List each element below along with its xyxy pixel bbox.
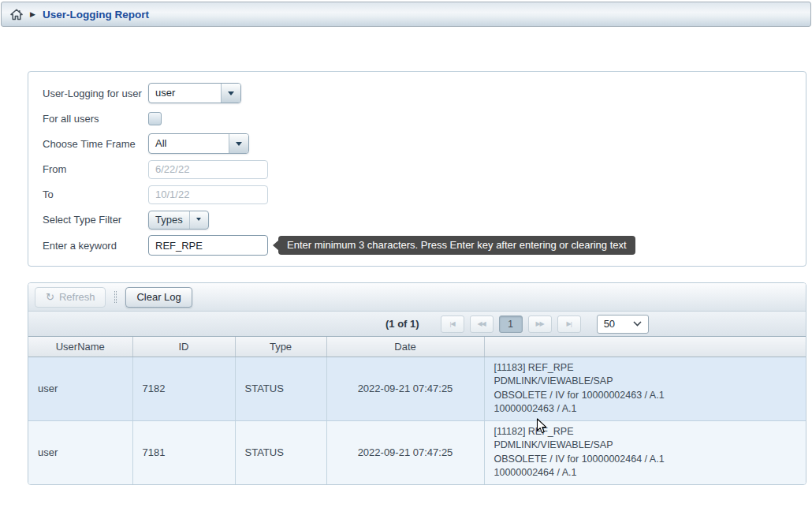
log-panel: ↻ Refresh Clear Log (1 of 1) |◀ ◀◀ 1 ▶▶ … <box>28 282 806 485</box>
table-header-row: UserName ID Type Date <box>28 337 806 357</box>
paginator-page-1-button[interactable]: 1 <box>499 316 523 333</box>
chevron-down-icon <box>236 142 242 149</box>
paginator-last-button[interactable]: ▶| <box>557 316 581 333</box>
paginator-status: (1 of 1) <box>386 318 419 330</box>
form-row-to: To <box>43 185 792 204</box>
home-icon[interactable] <box>10 9 23 21</box>
keyword-input-label: Enter a keyword <box>43 240 148 252</box>
message-line: OBSOLETE / IV for 10000002464 / A.1 <box>494 453 797 467</box>
cell-id: 7182 <box>132 357 235 420</box>
column-header-type: Type <box>235 337 326 357</box>
breadcrumb-separator-icon: ▶ <box>30 11 35 18</box>
column-header-message <box>484 337 806 357</box>
clear-log-button[interactable]: Clear Log <box>125 287 192 308</box>
message-line: 10000002464 / A.1 <box>494 466 797 480</box>
page-size-select[interactable]: 50 <box>597 315 649 334</box>
filter-panel: User-Logging for user user For all users… <box>28 71 806 267</box>
cell-username: user <box>28 357 132 420</box>
timeframe-combobox[interactable]: All <box>148 133 249 154</box>
timeframe-combobox-label: Choose Time Frame <box>43 138 148 150</box>
log-toolbar: ↻ Refresh Clear Log <box>28 283 806 312</box>
table-row[interactable]: user 7181 STATUS 2022-09-21 07:47:25 [11… <box>28 420 806 484</box>
chevron-down-icon <box>633 321 642 327</box>
cell-type: STATUS <box>235 420 326 484</box>
types-menu-button-arrow <box>190 211 208 229</box>
keyword-input[interactable] <box>148 235 268 256</box>
cell-message: [11183] REF_RPE PDMLINK/VIEWABLE/SAP OBS… <box>484 357 806 420</box>
column-header-username: UserName <box>28 337 132 357</box>
all-users-checkbox-label: For all users <box>43 113 148 125</box>
types-menu-button-label: Types <box>149 211 190 229</box>
refresh-button[interactable]: ↻ Refresh <box>35 287 106 308</box>
next-page-icon: ▶▶ <box>535 320 543 327</box>
message-line: PDMLINK/VIEWABLE/SAP <box>494 375 797 389</box>
user-combobox[interactable]: user <box>148 83 241 103</box>
breadcrumb-title[interactable]: User-Logging Report <box>43 9 149 21</box>
cell-id: 7181 <box>132 420 235 484</box>
last-page-icon: ▶| <box>567 320 572 327</box>
refresh-icon: ↻ <box>46 292 54 302</box>
page-size-value: 50 <box>604 318 615 330</box>
page-number: 1 <box>508 319 513 330</box>
cell-date: 2022-09-21 07:47:25 <box>326 420 484 484</box>
toolbar-separator <box>114 291 117 303</box>
column-header-date: Date <box>326 337 484 357</box>
form-row-all-users: For all users <box>43 110 792 126</box>
user-combobox-arrow <box>221 84 240 103</box>
prev-page-icon: ◀◀ <box>477 320 485 327</box>
refresh-button-label: Refresh <box>59 291 95 303</box>
form-row-timeframe: Choose Time Frame All <box>43 133 792 154</box>
paginator-prev-button[interactable]: ◀◀ <box>470 316 494 333</box>
message-line: [11182] REF_RPE <box>494 425 797 439</box>
for-all-users-checkbox[interactable] <box>148 112 162 125</box>
chevron-down-icon <box>228 91 234 99</box>
cell-message: [11182] REF_RPE PDMLINK/VIEWABLE/SAP OBS… <box>484 420 806 484</box>
timeframe-combobox-value: All <box>149 134 229 153</box>
to-date-input[interactable] <box>148 185 268 204</box>
chevron-down-icon <box>196 218 201 224</box>
table-row[interactable]: user 7182 STATUS 2022-09-21 07:47:25 [11… <box>28 357 806 420</box>
cell-date: 2022-09-21 07:47:25 <box>326 357 484 420</box>
to-date-label: To <box>43 189 148 200</box>
log-table: UserName ID Type Date user 7182 STATUS 2… <box>28 337 806 484</box>
user-combobox-value: user <box>149 84 221 103</box>
first-page-icon: |◀ <box>450 320 455 327</box>
message-line: [11183] REF_RPE <box>494 361 797 375</box>
form-row-keyword: Enter a keyword Enter minimum 3 characte… <box>43 235 792 256</box>
type-filter-label: Select Type Filter <box>43 214 148 226</box>
message-line: OBSOLETE / IV for 10000002463 / A.1 <box>494 389 797 403</box>
paginator-next-button[interactable]: ▶▶ <box>528 316 552 333</box>
column-header-id: ID <box>132 337 235 357</box>
cell-type: STATUS <box>235 357 326 420</box>
timeframe-combobox-arrow <box>229 134 248 153</box>
breadcrumb-bar: ▶ User-Logging Report <box>1 2 811 27</box>
form-row-user: User-Logging for user user <box>43 83 792 103</box>
from-date-label: From <box>43 163 148 175</box>
keyword-tooltip: Enter minimum 3 characters. Press Enter … <box>278 236 635 255</box>
user-combobox-label: User-Logging for user <box>43 88 148 99</box>
cell-username: user <box>28 420 132 484</box>
types-menu-button[interactable]: Types <box>148 211 209 230</box>
paginator-first-button[interactable]: |◀ <box>441 316 464 333</box>
message-line: 10000002463 / A.1 <box>494 402 797 416</box>
message-line: PDMLINK/VIEWABLE/SAP <box>494 439 797 453</box>
from-date-input[interactable] <box>148 160 268 179</box>
form-row-from: From <box>43 159 792 179</box>
clear-log-button-label: Clear Log <box>136 291 181 303</box>
paginator: (1 of 1) |◀ ◀◀ 1 ▶▶ ▶| 50 <box>28 312 806 337</box>
form-row-type-filter: Select Type Filter Types <box>43 210 792 230</box>
